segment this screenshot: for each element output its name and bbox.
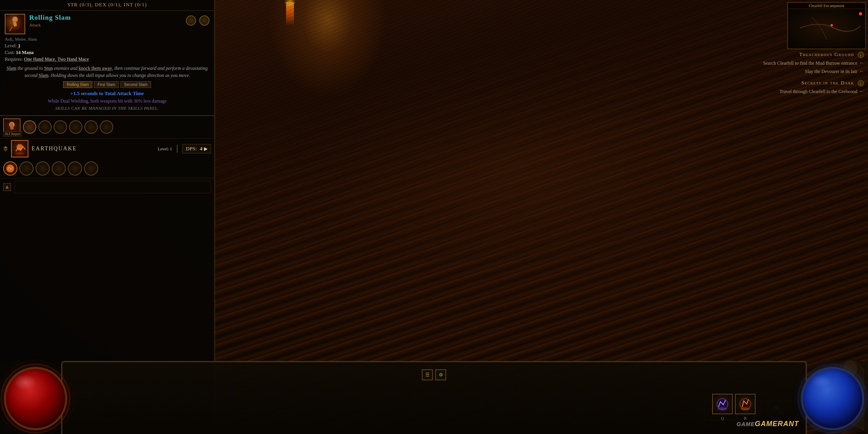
stat-int: INT (0/1) bbox=[123, 2, 147, 7]
skill-icon bbox=[5, 14, 25, 34]
skill-q-hotkey: Q bbox=[721, 416, 724, 421]
gem-circle-1a[interactable] bbox=[23, 120, 36, 134]
skill-tags: AoE, Melee, Slam bbox=[5, 37, 210, 41]
hud-inner: ☰ ⚙ bbox=[65, 363, 803, 432]
requires-value-text: One Hand Mace, Two Hand Mace bbox=[24, 56, 89, 62]
quest-2-arrow-1: ← bbox=[859, 88, 864, 94]
quest-1-item-1: Search Clearfell to find the Mud Burrow … bbox=[746, 60, 864, 67]
skill-description: Slam the ground to Stun enemies and knoc… bbox=[5, 65, 210, 79]
quest-1-arrow-1: ← bbox=[859, 60, 864, 66]
eq-gem-5[interactable] bbox=[68, 161, 82, 176]
stat-dex: DEX (0/1) bbox=[95, 2, 120, 7]
earthquake-level: Level: 1 bbox=[158, 146, 172, 151]
quest-1-text-1: Search Clearfell to find the Mud Burrow … bbox=[763, 60, 857, 67]
quest-1-info-btn[interactable]: i bbox=[858, 52, 864, 58]
gem-slot-2 bbox=[199, 15, 210, 26]
earthquake-row: Earthquake Level: 1 DPS: 4 ▶ bbox=[0, 138, 214, 178]
gem-circle-1b[interactable] bbox=[38, 120, 52, 134]
earthquake-level-buttons[interactable] bbox=[3, 146, 8, 152]
minimap-content bbox=[788, 9, 865, 47]
level-down-arrow[interactable] bbox=[3, 149, 8, 152]
skill-r-icon[interactable] bbox=[735, 394, 756, 414]
torch-light-effect bbox=[268, 0, 387, 99]
variant-rolling-slam[interactable]: Rolling Slam bbox=[63, 81, 92, 88]
dps-value-num: 4 bbox=[200, 146, 203, 152]
requires-label: Requires: bbox=[5, 56, 23, 62]
level-value-bold: 1 bbox=[18, 43, 21, 49]
add-skill-button[interactable]: ▲ bbox=[3, 183, 11, 191]
skill-name: Rolling Slam bbox=[29, 14, 182, 22]
quest-1-title: Treacherous Ground i bbox=[746, 51, 864, 58]
minimap-label: Clearfell Encampment bbox=[788, 3, 865, 9]
eq-gem-2[interactable] bbox=[19, 161, 34, 176]
earthquake-icon[interactable] bbox=[11, 140, 28, 157]
gem-circle-1e[interactable] bbox=[84, 120, 98, 134]
earthquake-gem-row bbox=[0, 159, 214, 178]
desc-knock: knock them away bbox=[79, 65, 112, 71]
skills-manage-note: Skills can be managed in the Skills Pane… bbox=[5, 106, 210, 110]
minimap-svg bbox=[788, 9, 865, 47]
skill-variants[interactable]: Rolling Slam First Slam Second Slam bbox=[5, 81, 210, 88]
gem-slot-1 bbox=[186, 15, 196, 26]
minimap-marker bbox=[859, 12, 862, 15]
quest-2-title: Secrets in the Dark i bbox=[746, 80, 864, 86]
dual-wield-note: While Dual Wielding, both weapons hit wi… bbox=[5, 98, 210, 104]
gem-circle-1c[interactable] bbox=[54, 120, 67, 134]
empty-skill-box[interactable] bbox=[14, 181, 211, 193]
level-up-arrow[interactable] bbox=[3, 146, 8, 148]
inspect-label: ALT Inspect bbox=[3, 131, 22, 137]
level-label: Level: bbox=[5, 43, 17, 49]
left-skill-icons-bar: Q R bbox=[712, 394, 756, 414]
variant-second-slam[interactable]: Second Slam bbox=[120, 81, 151, 88]
empty-skill-row: ▲ bbox=[0, 178, 214, 196]
life-orb bbox=[4, 367, 67, 430]
skill-gem-slots bbox=[186, 15, 210, 26]
svg-point-2 bbox=[12, 17, 18, 22]
mana-orb-ring2 bbox=[794, 360, 868, 434]
stat-bar: STR (0/3), DEX (0/1), INT (0/1) bbox=[0, 0, 214, 11]
svg-point-16 bbox=[718, 407, 727, 410]
quest-1-arrow-2: ← bbox=[859, 68, 864, 74]
quest-2-item-1: Travel through Clearfell to the Grelwood… bbox=[746, 88, 864, 95]
gem-circle-1d[interactable] bbox=[69, 120, 82, 134]
quest-section-1: Treacherous Ground i Search Clearfell to… bbox=[746, 51, 864, 75]
desc-slam1: Slam bbox=[7, 65, 17, 71]
add-icon: ▲ bbox=[4, 184, 10, 190]
earthquake-header: Earthquake Level: 1 DPS: 4 ▶ bbox=[0, 138, 214, 159]
gem-bar-1 bbox=[23, 120, 211, 134]
cost-label: Cost: bbox=[5, 50, 15, 55]
earthquake-name: Earthquake bbox=[32, 146, 155, 152]
quest-panel: Treacherous Ground i Search Clearfell to… bbox=[746, 51, 864, 99]
eq-gem-6[interactable] bbox=[84, 161, 98, 176]
dps-label: DPS: bbox=[186, 146, 196, 152]
watermark: GAMEGAMERANT bbox=[737, 420, 799, 428]
skill-tooltip: Rolling Slam Attack AoE, Melee, Slam Lev… bbox=[0, 11, 214, 116]
eq-gem-active[interactable] bbox=[3, 161, 17, 176]
skill-r-container: R bbox=[735, 394, 756, 414]
quest-2-info-btn[interactable]: i bbox=[858, 80, 864, 86]
earthquake-dps: DPS: 4 ▶ bbox=[182, 144, 211, 153]
quest-2-text-1: Travel through Clearfell to the Grelwood bbox=[780, 88, 857, 95]
skill-name-block: Rolling Slam Attack bbox=[29, 14, 182, 27]
skill-q-icon[interactable] bbox=[712, 394, 733, 414]
mana-orb bbox=[801, 367, 864, 430]
dps-divider bbox=[177, 145, 178, 153]
dps-arrow[interactable]: ▶ bbox=[204, 146, 208, 152]
skill-slot-row-rolling-slam: ALT Inspect bbox=[0, 116, 214, 138]
hud-character-btn[interactable]: ⚙ bbox=[435, 369, 446, 380]
hud-buttons-row: ☰ ⚙ bbox=[422, 369, 446, 380]
quest-1-text-2: Slay the Devourer in its lair bbox=[805, 68, 857, 75]
gem-circle-1f[interactable] bbox=[100, 120, 113, 134]
variant-first-slam[interactable]: First Slam bbox=[94, 81, 119, 88]
svg-point-7 bbox=[15, 152, 24, 155]
stat-str: STR (0/3) bbox=[67, 2, 92, 7]
eq-gem-4[interactable] bbox=[52, 161, 66, 176]
hud-inventory-btn[interactable]: ☰ bbox=[422, 369, 433, 380]
attack-time-bonus: +1.5 seconds to Total Attack Time bbox=[5, 90, 210, 97]
watermark-text: GAMERANT bbox=[755, 420, 799, 428]
minimap: Clearfell Encampment bbox=[787, 2, 866, 49]
eq-gem-3[interactable] bbox=[36, 161, 50, 176]
desc-stun: Stun bbox=[44, 65, 53, 71]
svg-point-18 bbox=[741, 407, 750, 410]
cost-value-text: 14 Mana bbox=[16, 50, 34, 55]
